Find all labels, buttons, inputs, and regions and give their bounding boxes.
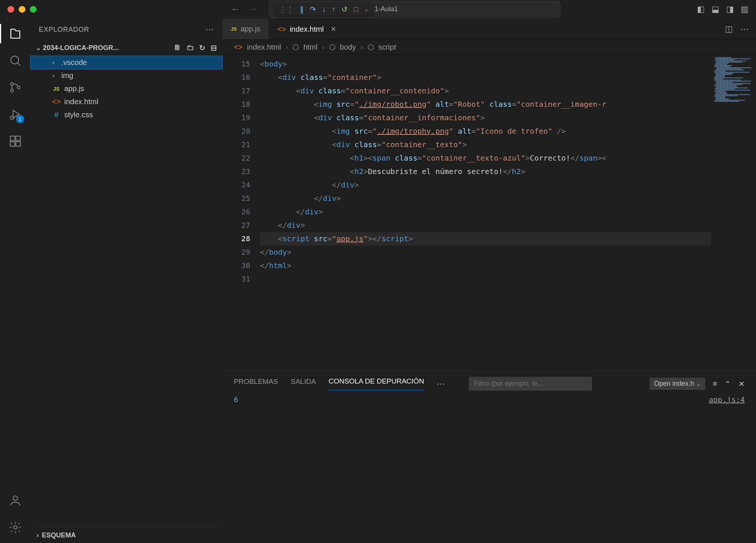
panel-tabs: PROBLEMAS SALIDA CONSOLA DE DEPURACIÓN ⋯…: [223, 372, 756, 391]
chevron-right-icon: ›: [37, 531, 39, 539]
breadcrumb-node[interactable]: body: [340, 43, 356, 52]
debug-session-dropdown[interactable]: Open index.h ⌄: [650, 378, 705, 390]
extensions-icon[interactable]: [7, 133, 24, 149]
project-name: 2034-LOGICA-PROGR...: [43, 44, 119, 52]
refresh-icon[interactable]: ↻: [199, 43, 205, 52]
sidebar-title: EXPLORADOR ⋯: [31, 19, 222, 40]
svg-rect-7: [16, 142, 20, 146]
run-debug-icon[interactable]: 1: [7, 106, 24, 122]
debug-badge: 1: [16, 115, 24, 123]
source-control-icon[interactable]: [7, 79, 24, 96]
breadcrumb-node[interactable]: html: [303, 43, 317, 52]
restart-icon[interactable]: ↺: [341, 5, 348, 14]
panel-more-icon[interactable]: ⋯: [437, 379, 445, 389]
editor-area[interactable]: 1516171819202122232425262728293031 <body…: [223, 55, 756, 371]
tree-file[interactable]: JSapp.js: [31, 82, 222, 95]
collapse-icon[interactable]: ⊟: [211, 43, 217, 52]
pause-icon[interactable]: ∥: [300, 5, 304, 14]
console-output-value: 6: [234, 395, 238, 539]
tree-folder[interactable]: ›img: [31, 69, 222, 82]
svg-point-2: [10, 89, 13, 92]
breadcrumb-node[interactable]: script: [378, 43, 396, 52]
sidebar-explorer: EXPLORADOR ⋯ ⌄ 2034-LOGICA-PROGR... 🗎 🗀 …: [31, 19, 223, 543]
editor-group: JSapp.js<>index.html✕ ◫ ⋯ <> index.html …: [223, 19, 756, 543]
breadcrumb-file[interactable]: index.html: [247, 43, 281, 52]
debug-toolbar: ⋮⋮ ∥ ↷ ↓ ↑ ↺ □ ⌄: [275, 3, 372, 15]
console-filter-input[interactable]: [469, 377, 592, 391]
collapse-panel-icon[interactable]: ⌃: [725, 379, 731, 388]
symbol-icon: ⬡: [292, 43, 299, 52]
maximize-window[interactable]: [30, 6, 37, 13]
toggle-primary-sidebar-icon[interactable]: ◧: [697, 4, 705, 14]
explorer-icon[interactable]: [7, 25, 24, 42]
new-folder-icon[interactable]: 🗀: [186, 43, 194, 52]
svg-point-9: [13, 496, 18, 500]
step-over-icon[interactable]: ↷: [310, 5, 316, 14]
titlebar: ← → ⋮⋮ ∥ ↷ ↓ ↑ ↺ □ ⌄ 1-Aula1 ◧ ⬓ ◨ ▥: [0, 0, 756, 19]
svg-rect-6: [10, 142, 15, 146]
tree-item-label: index.html: [64, 97, 98, 106]
editor-tabs: JSapp.js<>index.html✕ ◫ ⋯: [223, 19, 756, 40]
sidebar-more-icon[interactable]: ⋯: [205, 25, 214, 34]
window-controls: [7, 6, 37, 13]
chevron-down-icon: ⌄: [696, 381, 701, 387]
svg-rect-5: [10, 136, 15, 141]
symbol-icon: ⬡: [368, 43, 374, 52]
console-output-source[interactable]: app.js:4: [709, 395, 745, 539]
tree-item-label: .vscode: [61, 58, 87, 67]
close-window[interactable]: [7, 6, 14, 13]
grip-icon[interactable]: ⋮⋮: [279, 5, 294, 14]
tree-item-label: app.js: [64, 84, 84, 93]
project-header[interactable]: ⌄ 2034-LOGICA-PROGR... 🗎 🗀 ↻ ⊟: [31, 40, 222, 55]
symbol-icon: ⬡: [329, 43, 335, 52]
panel-tab-debug-console[interactable]: CONSOLA DE DEPURACIÓN: [329, 377, 424, 390]
more-actions-icon[interactable]: ⋯: [740, 24, 749, 34]
svg-point-10: [13, 526, 17, 529]
tree-item-label: img: [61, 71, 73, 80]
chevron-down-icon[interactable]: ⌄: [364, 6, 369, 12]
sidebar-title-label: EXPLORADOR: [39, 26, 89, 34]
clear-console-icon[interactable]: ≡: [713, 379, 717, 388]
activity-bar: 1: [0, 19, 31, 543]
file-html-icon: <>: [234, 43, 242, 52]
code-content[interactable]: <body> <div class="container"> <div clas…: [260, 55, 711, 371]
panel-tab-problems[interactable]: PROBLEMAS: [234, 378, 278, 390]
step-out-icon[interactable]: ↑: [332, 5, 335, 13]
line-numbers: 1516171819202122232425262728293031: [223, 55, 260, 371]
customize-layout-icon[interactable]: ▥: [741, 4, 749, 14]
window-title-text: 1-Aula1: [375, 5, 398, 13]
svg-point-0: [11, 56, 19, 64]
tree-file[interactable]: #style.css: [31, 108, 222, 121]
minimap[interactable]: ████████████████████████████████████ ███…: [711, 55, 756, 371]
chevron-down-icon: ⌄: [36, 44, 41, 52]
stop-icon[interactable]: □: [354, 5, 358, 13]
outline-label: ESQUEMA: [42, 531, 76, 539]
toggle-secondary-sidebar-icon[interactable]: ◨: [726, 4, 734, 14]
breadcrumbs[interactable]: <> index.html › ⬡ html › ⬡ body › ⬡ scri…: [223, 40, 756, 55]
close-tab-icon[interactable]: ✕: [331, 25, 336, 33]
editor-tab[interactable]: JSapp.js: [223, 19, 269, 39]
new-file-icon[interactable]: 🗎: [174, 43, 181, 52]
console-body: 6 app.js:4: [223, 391, 756, 543]
bottom-panel: PROBLEMAS SALIDA CONSOLA DE DEPURACIÓN ⋯…: [223, 371, 756, 543]
minimize-window[interactable]: [19, 6, 25, 13]
nav-back-icon[interactable]: ←: [231, 3, 241, 15]
search-icon[interactable]: [7, 52, 24, 69]
debug-session-label: Open index.h: [654, 380, 694, 388]
toggle-panel-icon[interactable]: ⬓: [712, 4, 719, 14]
command-center[interactable]: ⋮⋮ ∥ ↷ ↓ ↑ ↺ □ ⌄ 1-Aula1: [269, 1, 560, 18]
step-into-icon[interactable]: ↓: [322, 5, 326, 13]
close-panel-icon[interactable]: ✕: [738, 379, 745, 388]
split-editor-icon[interactable]: ◫: [725, 24, 733, 34]
settings-icon[interactable]: [7, 519, 24, 536]
outline-section[interactable]: › ESQUEMA: [31, 527, 222, 543]
accounts-icon[interactable]: [7, 492, 24, 509]
tab-label: index.html: [290, 25, 324, 34]
panel-tab-output[interactable]: SALIDA: [291, 378, 316, 390]
nav-forward-icon[interactable]: →: [248, 3, 258, 15]
svg-rect-8: [16, 136, 20, 141]
tree-file[interactable]: <>index.html: [31, 95, 222, 108]
tree-folder[interactable]: ›.vscode: [31, 56, 222, 69]
editor-tab[interactable]: <>index.html✕: [269, 19, 345, 39]
layout-controls: ◧ ⬓ ◨ ▥: [697, 4, 749, 14]
